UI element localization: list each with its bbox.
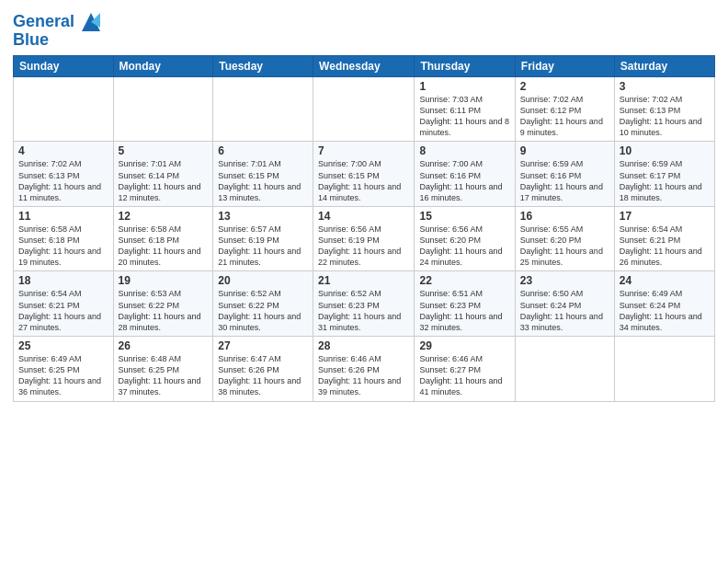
day-info: Sunrise: 7:00 AM Sunset: 6:15 PM Dayligh…	[318, 158, 409, 203]
day-info: Sunrise: 6:46 AM Sunset: 6:27 PM Dayligh…	[419, 353, 509, 398]
day-number: 9	[520, 144, 609, 157]
day-info: Sunrise: 7:00 AM Sunset: 6:16 PM Dayligh…	[419, 158, 509, 203]
day-info: Sunrise: 7:01 AM Sunset: 6:14 PM Dayligh…	[119, 158, 209, 203]
day-cell: 28Sunrise: 6:46 AM Sunset: 6:26 PM Dayli…	[313, 337, 415, 402]
weekday-header-saturday: Saturday	[614, 55, 714, 76]
day-cell: 12Sunrise: 6:58 AM Sunset: 6:18 PM Dayli…	[113, 206, 213, 271]
weekday-header-monday: Monday	[113, 55, 213, 76]
day-info: Sunrise: 6:54 AM Sunset: 6:21 PM Dayligh…	[18, 288, 108, 333]
calendar-page: General Blue SundayMondayTuesdayWednesda…	[0, 0, 728, 563]
day-cell	[515, 337, 614, 402]
day-cell: 3Sunrise: 7:02 AM Sunset: 6:13 PM Daylig…	[614, 76, 714, 142]
day-number: 23	[520, 274, 609, 287]
day-info: Sunrise: 6:49 AM Sunset: 6:24 PM Dayligh…	[620, 288, 710, 333]
day-info: Sunrise: 7:02 AM Sunset: 6:12 PM Dayligh…	[520, 94, 609, 139]
day-info: Sunrise: 7:02 AM Sunset: 6:13 PM Dayligh…	[18, 158, 108, 203]
day-cell: 10Sunrise: 6:59 AM Sunset: 6:17 PM Dayli…	[614, 142, 714, 207]
day-info: Sunrise: 6:57 AM Sunset: 6:19 PM Dayligh…	[218, 224, 308, 269]
day-number: 2	[520, 80, 609, 93]
day-info: Sunrise: 6:52 AM Sunset: 6:22 PM Dayligh…	[218, 288, 308, 333]
day-number: 29	[419, 339, 509, 352]
day-number: 26	[119, 339, 209, 352]
day-cell: 4Sunrise: 7:02 AM Sunset: 6:13 PM Daylig…	[14, 142, 114, 207]
day-cell: 19Sunrise: 6:53 AM Sunset: 6:22 PM Dayli…	[113, 271, 213, 337]
day-number: 12	[119, 210, 209, 223]
day-info: Sunrise: 6:52 AM Sunset: 6:23 PM Dayligh…	[318, 288, 409, 333]
weekday-header-row: SundayMondayTuesdayWednesdayThursdayFrid…	[14, 55, 715, 76]
day-cell: 27Sunrise: 6:47 AM Sunset: 6:26 PM Dayli…	[213, 337, 313, 402]
day-info: Sunrise: 6:51 AM Sunset: 6:23 PM Dayligh…	[419, 288, 509, 333]
day-info: Sunrise: 7:02 AM Sunset: 6:13 PM Dayligh…	[620, 94, 710, 139]
day-cell: 20Sunrise: 6:52 AM Sunset: 6:22 PM Dayli…	[213, 271, 313, 337]
logo-icon	[78, 9, 104, 35]
day-cell: 22Sunrise: 6:51 AM Sunset: 6:23 PM Dayli…	[415, 271, 515, 337]
day-info: Sunrise: 7:01 AM Sunset: 6:15 PM Dayligh…	[218, 158, 308, 203]
day-cell: 25Sunrise: 6:49 AM Sunset: 6:25 PM Dayli…	[14, 337, 114, 402]
day-info: Sunrise: 6:59 AM Sunset: 6:16 PM Dayligh…	[520, 158, 609, 203]
day-number: 19	[119, 274, 209, 287]
day-cell: 29Sunrise: 6:46 AM Sunset: 6:27 PM Dayli…	[415, 337, 515, 402]
weekday-header-wednesday: Wednesday	[313, 55, 415, 76]
day-cell: 5Sunrise: 7:01 AM Sunset: 6:14 PM Daylig…	[113, 142, 213, 207]
weekday-header-friday: Friday	[515, 55, 614, 76]
day-cell: 1Sunrise: 7:03 AM Sunset: 6:11 PM Daylig…	[415, 76, 515, 142]
weekday-header-thursday: Thursday	[415, 55, 515, 76]
day-number: 20	[218, 274, 308, 287]
day-cell	[113, 76, 213, 142]
day-info: Sunrise: 6:48 AM Sunset: 6:25 PM Dayligh…	[119, 353, 209, 398]
week-row-0: 1Sunrise: 7:03 AM Sunset: 6:11 PM Daylig…	[14, 76, 715, 142]
week-row-3: 18Sunrise: 6:54 AM Sunset: 6:21 PM Dayli…	[14, 271, 715, 337]
day-info: Sunrise: 6:58 AM Sunset: 6:18 PM Dayligh…	[119, 224, 209, 269]
day-info: Sunrise: 6:47 AM Sunset: 6:26 PM Dayligh…	[218, 353, 308, 398]
day-cell: 17Sunrise: 6:54 AM Sunset: 6:21 PM Dayli…	[614, 206, 714, 271]
logo-text: General	[13, 13, 74, 31]
day-cell: 13Sunrise: 6:57 AM Sunset: 6:19 PM Dayli…	[213, 206, 313, 271]
day-cell	[14, 76, 114, 142]
week-row-1: 4Sunrise: 7:02 AM Sunset: 6:13 PM Daylig…	[14, 142, 715, 207]
logo: General Blue	[13, 9, 104, 50]
calendar-table: SundayMondayTuesdayWednesdayThursdayFrid…	[13, 55, 715, 402]
day-number: 15	[419, 210, 509, 223]
day-cell: 15Sunrise: 6:56 AM Sunset: 6:20 PM Dayli…	[415, 206, 515, 271]
day-cell: 24Sunrise: 6:49 AM Sunset: 6:24 PM Dayli…	[614, 271, 714, 337]
day-info: Sunrise: 7:03 AM Sunset: 6:11 PM Dayligh…	[419, 94, 509, 139]
day-number: 13	[218, 210, 308, 223]
day-cell: 23Sunrise: 6:50 AM Sunset: 6:24 PM Dayli…	[515, 271, 614, 337]
day-cell: 8Sunrise: 7:00 AM Sunset: 6:16 PM Daylig…	[415, 142, 515, 207]
day-number: 18	[18, 274, 108, 287]
day-number: 24	[620, 274, 710, 287]
day-number: 11	[18, 210, 108, 223]
day-info: Sunrise: 6:59 AM Sunset: 6:17 PM Dayligh…	[620, 158, 710, 203]
day-number: 1	[419, 80, 509, 93]
day-info: Sunrise: 6:56 AM Sunset: 6:20 PM Dayligh…	[419, 224, 509, 269]
day-info: Sunrise: 6:53 AM Sunset: 6:22 PM Dayligh…	[119, 288, 209, 333]
day-number: 17	[620, 210, 710, 223]
weekday-header-sunday: Sunday	[14, 55, 114, 76]
day-number: 7	[318, 144, 409, 157]
day-cell: 7Sunrise: 7:00 AM Sunset: 6:15 PM Daylig…	[313, 142, 415, 207]
day-cell	[313, 76, 415, 142]
day-cell: 9Sunrise: 6:59 AM Sunset: 6:16 PM Daylig…	[515, 142, 614, 207]
day-number: 22	[419, 274, 509, 287]
day-cell: 11Sunrise: 6:58 AM Sunset: 6:18 PM Dayli…	[14, 206, 114, 271]
day-cell: 18Sunrise: 6:54 AM Sunset: 6:21 PM Dayli…	[14, 271, 114, 337]
day-info: Sunrise: 6:56 AM Sunset: 6:19 PM Dayligh…	[318, 224, 409, 269]
day-cell: 21Sunrise: 6:52 AM Sunset: 6:23 PM Dayli…	[313, 271, 415, 337]
day-info: Sunrise: 6:50 AM Sunset: 6:24 PM Dayligh…	[520, 288, 609, 333]
day-cell: 16Sunrise: 6:55 AM Sunset: 6:20 PM Dayli…	[515, 206, 614, 271]
day-number: 28	[318, 339, 409, 352]
day-number: 3	[620, 80, 710, 93]
day-number: 21	[318, 274, 409, 287]
day-info: Sunrise: 6:55 AM Sunset: 6:20 PM Dayligh…	[520, 224, 609, 269]
week-row-4: 25Sunrise: 6:49 AM Sunset: 6:25 PM Dayli…	[14, 337, 715, 402]
day-number: 4	[18, 144, 108, 157]
day-cell: 14Sunrise: 6:56 AM Sunset: 6:19 PM Dayli…	[313, 206, 415, 271]
day-number: 14	[318, 210, 409, 223]
day-info: Sunrise: 6:49 AM Sunset: 6:25 PM Dayligh…	[18, 353, 108, 398]
day-cell	[614, 337, 714, 402]
day-number: 10	[620, 144, 710, 157]
day-number: 5	[119, 144, 209, 157]
weekday-header-tuesday: Tuesday	[213, 55, 313, 76]
day-number: 16	[520, 210, 609, 223]
day-cell: 2Sunrise: 7:02 AM Sunset: 6:12 PM Daylig…	[515, 76, 614, 142]
